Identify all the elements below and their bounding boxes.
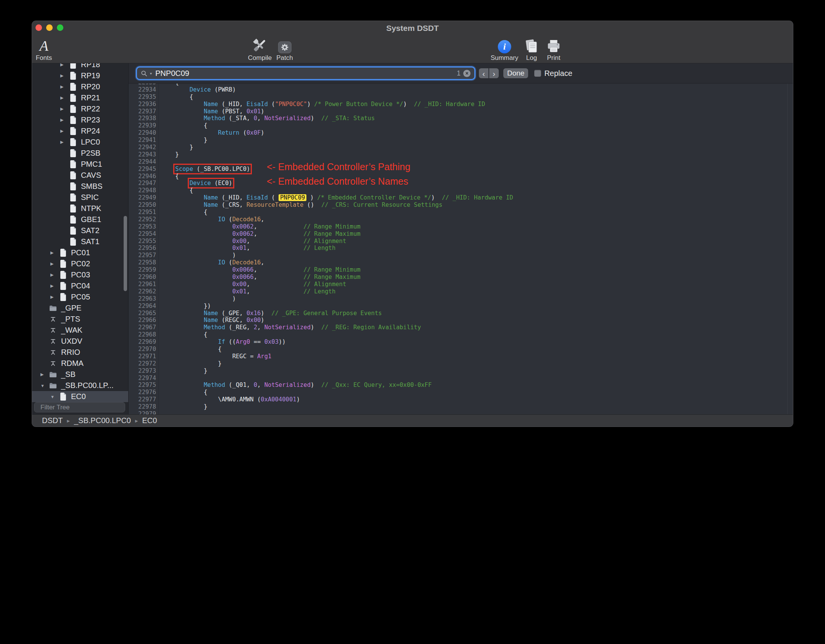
code-editor[interactable]: 22933 {22934 Device (PWRB)22935 {22936 N… <box>129 84 793 414</box>
disclosure-right-icon[interactable]: ▶ <box>60 118 69 122</box>
disclosure-right-icon[interactable]: ▶ <box>60 63 69 67</box>
tree-item-label: RDMA <box>61 359 84 368</box>
tree-item-lpc0[interactable]: ▶LPC0 <box>32 137 128 148</box>
tree-item-rp18[interactable]: ▶RP18 <box>32 63 128 70</box>
sidebar-scrollbar[interactable] <box>124 216 127 291</box>
tree-item-ntpk[interactable]: NTPK <box>32 203 128 214</box>
tree-item-gbe1[interactable]: GBE1 <box>32 214 128 225</box>
disclosure-right-icon[interactable]: ▶ <box>60 140 69 145</box>
line-number: 22954 <box>129 230 156 238</box>
patch-button[interactable]: Patch <box>276 36 293 62</box>
disclosure-down-icon[interactable]: ▼ <box>50 394 59 399</box>
tree-item-label: PC04 <box>71 282 90 290</box>
code-line: 22945 Scope (_SB.PC00.LPC0) <box>129 166 793 173</box>
compile-button[interactable]: Compile <box>248 36 272 62</box>
tree-item-label: PC05 <box>71 293 90 301</box>
tree-item-p2sb[interactable]: P2SB <box>32 148 128 159</box>
search-icon <box>141 70 147 77</box>
disclosure-right-icon[interactable]: ▶ <box>50 283 59 288</box>
tree-item-pts[interactable]: _PTS <box>32 314 128 325</box>
line-number: 22974 <box>129 375 156 382</box>
tree-item-pc05[interactable]: ▶PC05 <box>32 291 128 303</box>
tree-item-cavs[interactable]: CAVS <box>32 170 128 181</box>
tree-item-pc01[interactable]: ▶PC01 <box>32 247 128 258</box>
code-line: 22974 <box>129 375 793 382</box>
tree-item-rdma[interactable]: RDMA <box>32 358 128 369</box>
code-line: 22943 } <box>129 151 793 158</box>
tree-item-gpe[interactable]: _GPE <box>32 303 128 314</box>
tree-item-sb[interactable]: ▶_SB <box>32 369 128 380</box>
gear-icon <box>278 36 292 53</box>
tree-item-pc03[interactable]: ▶PC03 <box>32 269 128 280</box>
replace-checkbox[interactable] <box>534 70 541 77</box>
tree-item-rp19[interactable]: ▶RP19 <box>32 70 128 81</box>
code-text: Name (_GPE, 0x16) // _GPE: General Purpo… <box>161 310 382 317</box>
search-input[interactable] <box>155 69 454 78</box>
tree-item-sb-pc00-lp[interactable]: ▼_SB.PC00.LP... <box>32 380 128 391</box>
fonts-icon: A <box>39 36 48 53</box>
tree-item-sat1[interactable]: SAT1 <box>32 236 128 247</box>
disclosure-right-icon[interactable]: ▶ <box>60 129 69 134</box>
filter-tree-input[interactable] <box>40 403 126 412</box>
tree-item-wak[interactable]: _WAK <box>32 325 128 336</box>
disclosure-right-icon[interactable]: ▶ <box>60 73 69 78</box>
find-next-button[interactable]: › <box>489 68 499 78</box>
breadcrumb-item-sb-pc00-lpc0[interactable]: _SB.PC00.LPC0 <box>74 416 131 425</box>
code-line: 22978 } <box>129 403 793 411</box>
code-text: Method (_STA, 0, NotSerialized) // _STA:… <box>161 115 375 122</box>
disclosure-right-icon[interactable]: ▶ <box>60 95 69 100</box>
tree-item-rp22[interactable]: ▶RP22 <box>32 103 128 114</box>
disclosure-right-icon[interactable]: ▶ <box>50 250 59 255</box>
editor-scrollbar[interactable] <box>787 84 788 414</box>
code-text: ) <box>161 295 236 303</box>
done-button[interactable]: Done <box>503 68 528 78</box>
tree-item-smbs[interactable]: SMBS <box>32 181 128 192</box>
tree-item-spic[interactable]: SPIC <box>32 192 128 203</box>
disclosure-right-icon[interactable]: ▶ <box>60 84 69 89</box>
print-button[interactable]: Print <box>546 36 561 62</box>
disclosure-right-icon[interactable]: ▶ <box>60 106 69 111</box>
find-previous-button[interactable]: ‹ <box>479 68 488 78</box>
tree-item-rp20[interactable]: ▶RP20 <box>32 81 128 92</box>
chevron-down-icon[interactable]: ▾ <box>150 71 152 76</box>
tree-item-rp24[interactable]: ▶RP24 <box>32 126 128 137</box>
breadcrumb-item-ec0[interactable]: EC0 <box>142 416 157 425</box>
tree-item-label: PC03 <box>71 270 90 279</box>
tree-item-rp21[interactable]: ▶RP21 <box>32 92 128 103</box>
doc-icon <box>59 293 67 301</box>
line-number: 22975 <box>129 382 156 389</box>
tree-item-uxdv[interactable]: UXDV <box>32 336 128 347</box>
tree-item-label: P2SB <box>81 149 100 158</box>
tree-item-label: CAVS <box>81 171 101 180</box>
code-text: REGC = Arg1 <box>161 353 271 360</box>
disclosure-right-icon[interactable]: ▶ <box>50 261 59 266</box>
code-text: 0x0062, // Range Minimum <box>161 223 361 230</box>
line-number: 22968 <box>129 331 156 338</box>
sidebar-tree: ▶RP18▶RP19▶RP20▶RP21▶RP22▶RP23▶RP24▶LPC0… <box>32 63 129 414</box>
code-line: 22938 Method (_STA, 0, NotSerialized) //… <box>129 115 793 122</box>
clear-search-button[interactable]: × <box>463 70 471 77</box>
disclosure-right-icon[interactable]: ▶ <box>50 295 59 299</box>
summary-button[interactable]: i Summary <box>491 36 519 62</box>
tree-item-sat2[interactable]: SAT2 <box>32 225 128 236</box>
tree-item-ec0[interactable]: ▼EC0 <box>32 391 128 402</box>
log-button[interactable]: Log <box>525 36 538 62</box>
tree-item-pmc1[interactable]: PMC1 <box>32 159 128 170</box>
tree-item-rrio[interactable]: RRIO <box>32 347 128 358</box>
tree-item-pc04[interactable]: ▶PC04 <box>32 280 128 291</box>
tree-item-rp23[interactable]: ▶RP23 <box>32 114 128 126</box>
disclosure-right-icon[interactable]: ▶ <box>40 372 49 377</box>
disclosure-down-icon[interactable]: ▼ <box>40 383 49 388</box>
code-line: 22975 Method (_Q01, 0, NotSerialized) //… <box>129 382 793 389</box>
fonts-button[interactable]: A Fonts <box>36 36 52 62</box>
search-field[interactable]: ▾ 1 × <box>137 68 474 79</box>
doc-icon <box>69 216 77 224</box>
code-line: 22935 { <box>129 93 793 101</box>
disclosure-right-icon[interactable]: ▶ <box>50 272 59 277</box>
tree-item-pc02[interactable]: ▶PC02 <box>32 258 128 269</box>
code-text: \AMW0.AMWN (0xA0040001) <box>161 396 300 403</box>
folder-icon <box>49 370 57 379</box>
title-bar[interactable]: System DSDT <box>32 21 793 34</box>
filter-tree-field[interactable] <box>34 402 125 412</box>
breadcrumb-item-dsdt[interactable]: DSDT <box>42 416 63 425</box>
